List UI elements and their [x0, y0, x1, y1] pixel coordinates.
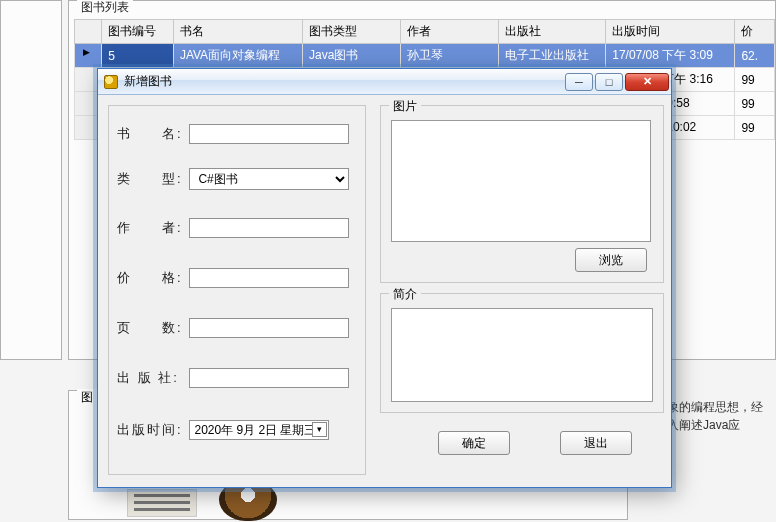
summary-label: 简介: [389, 286, 421, 303]
col-publisher[interactable]: 出版社: [498, 20, 605, 44]
publisher-input[interactable]: [189, 368, 349, 388]
cell-price: 99: [735, 68, 775, 92]
image-panel-title: 图: [77, 389, 97, 406]
label-pubtime: 出版时间:: [117, 421, 185, 439]
add-book-dialog: 新增图书 ─ □ ✕ 书 名: 类 型: C#图书 作 者: 价 格:: [97, 68, 672, 488]
table-row[interactable]: 5 JAVA面向对象编程 Java图书 孙卫琴 电子工业出版社 17/07/08…: [75, 44, 775, 68]
label-publisher: 出 版 社:: [117, 369, 185, 387]
browse-button[interactable]: 浏览: [575, 248, 647, 272]
pages-input[interactable]: [189, 318, 349, 338]
thumbnail-doc: [127, 489, 197, 517]
table-header-row: 图书编号 书名 图书类型 作者 出版社 出版时间 价: [75, 20, 775, 44]
cell-time: 17/07/08 下午 3:09: [606, 44, 735, 68]
type-select[interactable]: C#图书: [189, 168, 349, 190]
col-author[interactable]: 作者: [401, 20, 499, 44]
summary-group: 简介: [380, 293, 664, 413]
picture-preview: [391, 120, 651, 242]
col-time[interactable]: 出版时间: [606, 20, 735, 44]
cell-publisher: 电子工业出版社: [498, 44, 605, 68]
label-price: 价 格:: [117, 269, 185, 287]
minimize-button[interactable]: ─: [565, 73, 593, 91]
maximize-button[interactable]: □: [595, 73, 623, 91]
left-side-panel: [0, 0, 62, 360]
col-id[interactable]: 图书编号: [102, 20, 174, 44]
dialog-titlebar[interactable]: 新增图书 ─ □ ✕: [98, 69, 671, 95]
ok-button[interactable]: 确定: [438, 431, 510, 455]
cell-price: 99: [735, 92, 775, 116]
book-list-title: 图书列表: [77, 0, 133, 16]
picture-label: 图片: [389, 98, 421, 115]
cell-type: Java图书: [303, 44, 401, 68]
summary-textarea[interactable]: [391, 308, 653, 402]
col-name[interactable]: 书名: [173, 20, 302, 44]
row-indicator-icon: [75, 44, 102, 68]
label-name: 书 名:: [117, 125, 185, 143]
label-pages: 页 数:: [117, 319, 185, 337]
col-price[interactable]: 价: [735, 20, 775, 44]
close-button[interactable]: ✕: [625, 73, 669, 91]
form-group: 书 名: 类 型: C#图书 作 者: 价 格: 页 数:: [108, 105, 366, 475]
dialog-title: 新增图书: [124, 73, 565, 90]
col-type[interactable]: 图书类型: [303, 20, 401, 44]
dialog-app-icon: [104, 75, 118, 89]
cell-price: 62.: [735, 44, 775, 68]
row-header-blank: [75, 20, 102, 44]
name-input[interactable]: [189, 124, 349, 144]
price-input[interactable]: [189, 268, 349, 288]
cancel-button[interactable]: 退出: [560, 431, 632, 455]
label-type: 类 型:: [117, 170, 185, 188]
cell-id: 5: [102, 44, 174, 68]
pubtime-input[interactable]: [189, 420, 329, 440]
picture-group: 图片 浏览: [380, 105, 664, 283]
calendar-icon[interactable]: ▾: [312, 422, 327, 437]
label-author: 作 者:: [117, 219, 185, 237]
cell-name: JAVA面向对象编程: [173, 44, 302, 68]
author-input[interactable]: [189, 218, 349, 238]
cell-author: 孙卫琴: [401, 44, 499, 68]
cell-price: 99: [735, 116, 775, 140]
